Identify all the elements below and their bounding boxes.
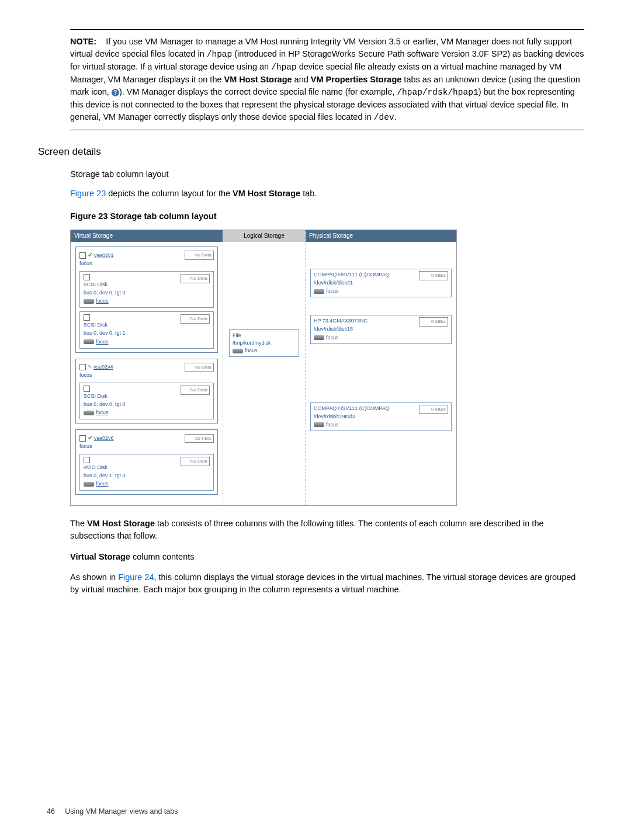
fig-bold: VM Host Storage	[233, 189, 300, 198]
no-data-badge: No Data	[185, 251, 214, 260]
disk-type: AVIO Disk	[84, 464, 126, 471]
figure-23-caption: Figure 23 Storage tab column layout	[70, 210, 584, 223]
file-icon	[233, 349, 243, 353]
note-block: NOTE: If you use VM Manager to manage a …	[70, 29, 584, 130]
disk-icon	[84, 299, 94, 304]
phys-path: /dev/rdisk/disk21	[314, 279, 390, 287]
vm-name-link[interactable]: vse02v1	[94, 252, 114, 258]
after-fig-bold: VM Host Storage	[87, 519, 155, 528]
focus-link[interactable]: focus	[245, 348, 258, 353]
phys-title: COMPAQ HSV111 (C)COMPAQ	[314, 271, 390, 279]
figure-23-image: Virtual Storage ✔vse02v1 No Data focus S…	[70, 230, 584, 506]
no-data-badge: No Data	[185, 363, 214, 372]
disk-type: SCSI Disk	[84, 321, 126, 329]
rate-badge: 0 MB/s	[419, 405, 448, 414]
fig-line-2: depicts the column layout for the	[106, 189, 233, 198]
phys-path: /dev/rdsk/c19t0d3	[314, 413, 390, 421]
storage-tab-col-layout-heading: Storage tab column layout	[70, 168, 584, 181]
disk-icon	[314, 335, 324, 340]
vm-host-storage-bold: VM Host Storage	[224, 75, 292, 84]
disk-icon	[314, 422, 324, 427]
focus-link[interactable]: focus	[79, 260, 214, 268]
disk-type: SCSI Disk	[84, 281, 126, 289]
screen-details-heading: Screen details	[38, 145, 584, 159]
phys-path: /dev/rdisk/disk18	[314, 325, 367, 333]
note-text-8: .	[394, 112, 397, 122]
no-data-badge: No Data	[181, 386, 210, 395]
check-icon: ✔	[88, 251, 93, 258]
no-data-badge: No Data	[181, 457, 210, 466]
note-mono-4: /dev	[374, 113, 394, 122]
note-mono-2: /hpap	[271, 63, 297, 72]
last-p1: As shown in	[70, 572, 118, 582]
disk-icon	[84, 411, 94, 415]
rate-badge: 0 MB/s	[419, 317, 448, 327]
disk-icon	[84, 339, 94, 344]
focus-link[interactable]: focus	[96, 481, 109, 487]
logical-file-box: File /tmp/kurt/mydisk focus	[229, 329, 299, 357]
physical-disk-box: COMPAQ HSV111 (C)COMPAQ/dev/rdsk/c19t0d3…	[310, 402, 452, 431]
note-text-6: ). VM Manager displays the correct devic…	[119, 87, 397, 96]
note-mono-1: /hpap	[207, 50, 233, 59]
col-header-physical: Physical Storage	[306, 230, 456, 242]
after-fig-1a: The	[70, 519, 87, 528]
logical-path: /tmp/kurt/mydisk	[233, 339, 296, 347]
disk-location: bus 0, dev 0, tgt 1	[84, 329, 126, 337]
virtual-storage-heading-bold: Virtual Storage	[70, 552, 130, 561]
col-header-virtual: Virtual Storage	[71, 230, 223, 242]
disk-location: bus 0, dev 0, tgt 0	[84, 401, 126, 408]
rate-badge: 0 MB/s	[419, 271, 448, 280]
vm-group: ✔vse02v1 No Data focus SCSI Diskbus 0, d…	[75, 247, 218, 352]
pencil-icon: ✎	[88, 364, 92, 370]
disk-icon	[314, 289, 324, 294]
physical-disk-box: HP 73.4GMAX3073NC/dev/rdisk/disk18focus …	[310, 315, 452, 343]
vm-name-link[interactable]: vse02v6	[94, 435, 114, 441]
no-data-badge: No Data	[181, 314, 210, 324]
disk-box: AVIO Diskbus 0, dev 1, tgt 0focus No Dat…	[79, 454, 214, 491]
focus-link[interactable]: focus	[96, 298, 109, 304]
fig-line-3: tab.	[300, 189, 317, 198]
disk-icon	[84, 482, 94, 487]
check-icon: ✔	[88, 434, 93, 441]
note-text-4: and	[292, 75, 311, 84]
focus-link[interactable]: focus	[326, 335, 339, 341]
figure-24-link[interactable]: Figure 24	[118, 572, 154, 582]
phys-title: COMPAQ HSV111 (C)COMPAQ	[314, 405, 390, 412]
focus-link[interactable]: focus	[96, 409, 109, 415]
disk-box: SCSI Diskbus 0, dev 0, tgt 1focus No Dat…	[79, 311, 214, 348]
vm-props-storage-bold: VM Properties Storage	[311, 75, 402, 84]
focus-link[interactable]: focus	[79, 372, 214, 379]
virtual-storage-heading-rest: column contents	[130, 552, 195, 561]
col-header-logical: Logical Storage	[223, 230, 305, 242]
rate-badge: 20 KB/s	[185, 434, 214, 443]
physical-disk-box: COMPAQ HSV111 (C)COMPAQ/dev/rdisk/disk21…	[310, 269, 452, 297]
phys-title: HP 73.4GMAX3073NC	[314, 317, 367, 325]
vm-name-link[interactable]: vse02v4	[93, 364, 113, 370]
note-mono-3: /hpap/rdsk/hpap1	[397, 88, 478, 97]
no-data-badge: No Data	[181, 274, 210, 283]
disk-location: bus 0, dev 0, tgt 0	[84, 289, 126, 297]
figure-23-link[interactable]: Figure 23	[70, 189, 106, 198]
disk-location: bus 0, dev 1, tgt 0	[84, 472, 126, 480]
disk-box: SCSI Diskbus 0, dev 0, tgt 0focus No Dat…	[79, 383, 214, 419]
question-mark-icon: ?	[112, 89, 119, 96]
disk-box: SCSI Diskbus 0, dev 0, tgt 0focus No Dat…	[79, 271, 214, 308]
focus-link[interactable]: focus	[79, 443, 214, 450]
note-label: NOTE:	[70, 37, 96, 46]
focus-link[interactable]: focus	[326, 288, 339, 294]
vm-group: ✎vse02v4 No Data focus SCSI Diskbus 0, d…	[75, 359, 218, 424]
vm-group: ✔vse02v6 20 KB/s focus AVIO Diskbus 0, d…	[75, 429, 218, 495]
logical-title: File	[233, 332, 296, 339]
focus-link[interactable]: focus	[96, 339, 109, 345]
disk-type: SCSI Disk	[84, 393, 126, 400]
focus-link[interactable]: focus	[326, 422, 339, 428]
